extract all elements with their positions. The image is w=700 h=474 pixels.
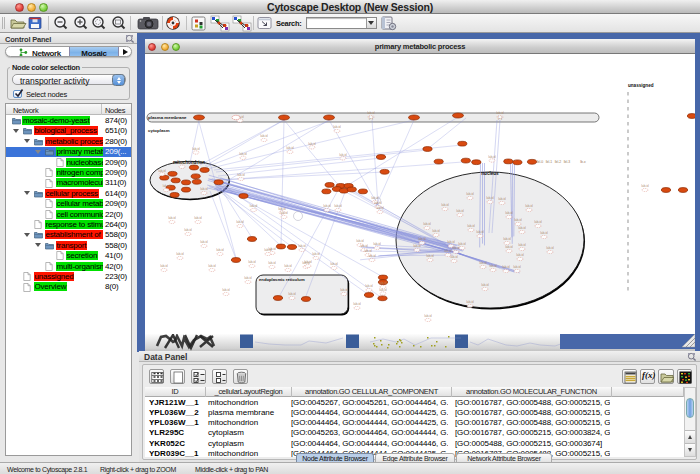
svg-text:lab-id: lab-id: [376, 206, 384, 210]
svg-text:lab-id: lab-id: [237, 173, 245, 177]
svg-text:plasma membrane: plasma membrane: [148, 115, 187, 120]
svg-text:lab-id: lab-id: [339, 153, 347, 157]
svg-text:lab-id: lab-id: [496, 111, 504, 115]
svg-text:lab-id: lab-id: [513, 265, 521, 269]
svg-text:lab-id: lab-id: [546, 246, 554, 250]
svg-text:lab-id: lab-id: [505, 211, 513, 215]
svg-text:lab-id: lab-id: [641, 184, 649, 188]
svg-text:lab-id: lab-id: [178, 161, 186, 165]
svg-text:lab-id: lab-id: [540, 231, 548, 235]
svg-text:lab-id: lab-id: [278, 207, 286, 211]
svg-text:lab-id: lab-id: [424, 314, 432, 318]
svg-text:lab-id: lab-id: [194, 216, 202, 220]
svg-text:lab-id: lab-id: [456, 209, 464, 213]
svg-text:lab-id: lab-id: [368, 254, 376, 258]
svg-text:lab-id: lab-id: [222, 288, 230, 292]
svg-text:lab-id: lab-id: [239, 152, 247, 156]
svg-text:lab-id: lab-id: [452, 246, 460, 250]
svg-text:lab-id: lab-id: [333, 125, 341, 129]
svg-text:lab-id: lab-id: [330, 262, 338, 266]
svg-text:lab-id: lab-id: [304, 260, 312, 264]
svg-text:lab-id: lab-id: [413, 244, 421, 248]
svg-text:lab-id: lab-id: [268, 261, 276, 265]
svg-text:lab-id: lab-id: [236, 220, 244, 224]
svg-text:lab-id: lab-id: [516, 253, 524, 257]
svg-text:lab-id: lab-id: [356, 239, 364, 243]
svg-text:lab-id: lab-id: [208, 264, 216, 268]
svg-text:lab-id: lab-id: [168, 216, 176, 220]
svg-text:lab-id: lab-id: [248, 260, 256, 264]
svg-text:lab-id: lab-id: [514, 218, 522, 222]
svg-text:lab-id: lab-id: [441, 203, 449, 207]
svg-text:lab-id: lab-id: [260, 134, 268, 138]
svg-text:lab-id: lab-id: [360, 244, 368, 248]
svg-text:lab-id: lab-id: [184, 228, 192, 232]
svg-text:unassigned: unassigned: [628, 83, 654, 88]
svg-text:lab-id: lab-id: [364, 249, 372, 253]
svg-text:lab-id: lab-id: [503, 237, 511, 241]
svg-text:lab-id: lab-id: [447, 240, 455, 244]
svg-text:lab-id: lab-id: [379, 281, 387, 285]
svg-text:lab-id: lab-id: [286, 146, 294, 150]
svg-text:lb-x: lb-x: [580, 160, 586, 164]
svg-text:lab-id: lab-id: [486, 196, 494, 200]
svg-text:lab-id: lab-id: [458, 242, 466, 246]
svg-text:lab-id: lab-id: [432, 229, 440, 233]
svg-text:lab-id: lab-id: [444, 249, 452, 253]
svg-text:lab-id: lab-id: [323, 204, 331, 208]
svg-text:lab-id: lab-id: [200, 187, 208, 191]
svg-text:lab-id: lab-id: [312, 252, 320, 256]
svg-text:lab-id: lab-id: [200, 240, 208, 244]
svg-text:lab-id: lab-id: [379, 288, 387, 292]
svg-text:lab-id: lab-id: [450, 255, 458, 259]
svg-text:lbl-1: lbl-1: [546, 160, 553, 164]
svg-text:lab-id: lab-id: [426, 254, 434, 258]
svg-text:lab-id: lab-id: [284, 264, 292, 268]
svg-text:lab-id: lab-id: [518, 243, 526, 247]
svg-text:lab-id: lab-id: [353, 302, 361, 306]
svg-text:lab-id: lab-id: [534, 220, 542, 224]
svg-text:lab-id: lab-id: [466, 300, 474, 304]
svg-text:cytoplasm: cytoplasm: [148, 128, 170, 133]
svg-text:lab-id: lab-id: [264, 248, 272, 252]
svg-text:[--]: [--]: [498, 116, 502, 120]
svg-text:lab-id: lab-id: [192, 147, 200, 151]
svg-text:lab-id: lab-id: [244, 276, 252, 280]
svg-text:lab-id: lab-id: [479, 261, 487, 265]
svg-text:lab-id: lab-id: [176, 252, 184, 256]
svg-text:lab-id: lab-id: [288, 292, 296, 296]
svg-text:lbl-3: lbl-3: [564, 160, 571, 164]
svg-text:lab-id: lab-id: [340, 288, 348, 292]
svg-text:lab-id: lab-id: [467, 224, 475, 228]
svg-text:lab-id: lab-id: [374, 201, 382, 205]
svg-text:lab-id: lab-id: [418, 237, 426, 241]
svg-text:lab-id: lab-id: [365, 284, 373, 288]
svg-text:lab-id: lab-id: [163, 184, 171, 188]
svg-text:lab-id: lab-id: [423, 222, 431, 226]
svg-text:lab-id: lab-id: [466, 192, 474, 196]
svg-text:lab-id: lab-id: [367, 111, 375, 115]
svg-text:lab-id: lab-id: [160, 264, 168, 268]
svg-text:lab-id: lab-id: [308, 142, 316, 146]
svg-text:lab-id: lab-id: [489, 264, 497, 268]
svg-text:lab-id: lab-id: [498, 197, 506, 201]
svg-text:endoplasmic reticulum: endoplasmic reticulum: [259, 277, 305, 282]
svg-text:lab-id: lab-id: [481, 283, 489, 287]
svg-text:lab-id: lab-id: [476, 230, 484, 234]
svg-text:[--]: [--]: [369, 116, 373, 120]
svg-text:lab-id: lab-id: [502, 265, 510, 269]
svg-text:lab-id: lab-id: [216, 248, 224, 252]
svg-text:lbl-0: lbl-0: [537, 160, 544, 164]
svg-text:lab-id: lab-id: [250, 204, 258, 208]
svg-text:lab-id: lab-id: [525, 204, 533, 208]
svg-text:lab-id: lab-id: [298, 244, 306, 248]
svg-text:lab-id: lab-id: [334, 204, 342, 208]
svg-text:lab-id: lab-id: [373, 242, 381, 246]
svg-text:lbl-2: lbl-2: [555, 160, 562, 164]
svg-text:lab-id: lab-id: [488, 155, 496, 159]
svg-text:lab-id: lab-id: [518, 226, 526, 230]
svg-text:nucleus: nucleus: [481, 171, 499, 176]
svg-text:lab-id: lab-id: [280, 211, 288, 215]
svg-text:lab-id: lab-id: [505, 245, 513, 249]
svg-text:lab-id: lab-id: [158, 169, 166, 173]
